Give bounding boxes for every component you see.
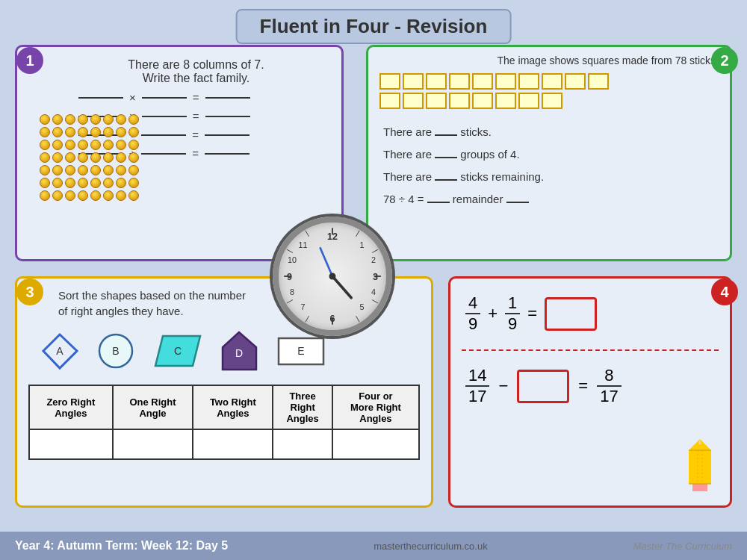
q4-divider: [462, 349, 719, 351]
svg-text:3: 3: [373, 272, 378, 282]
svg-line-6: [306, 231, 309, 237]
shape-a-container: A: [40, 331, 81, 372]
col-header-3: ThreeRightAngles: [273, 385, 332, 429]
cell-0[interactable]: [29, 429, 113, 459]
q2-squares-area: [368, 70, 730, 112]
svg-line-9: [356, 316, 360, 322]
q2-line2: There are groups of 4.: [383, 143, 715, 166]
footer-left: Year 4: Autumn Term: Week 12: Day 5: [15, 539, 228, 553]
col-header-0: Zero RightAngles: [29, 385, 113, 429]
clock: 12 6 9 3 1 2 4 5 11 10 8 7: [273, 217, 392, 336]
svg-line-10: [287, 300, 293, 304]
svg-line-7: [287, 249, 293, 253]
q4-bottom-equation: 14 17 − = 8 17: [450, 358, 730, 414]
col-header-1: One RightAngle: [113, 385, 193, 429]
svg-text:1: 1: [360, 240, 365, 249]
svg-text:E: E: [297, 345, 304, 357]
svg-text:8: 8: [290, 287, 294, 296]
clock-face: 12 6 9 3 1 2 4 5 11 10 8 7: [273, 217, 392, 336]
col-header-2: Two RightAngles: [193, 385, 273, 429]
q2-line3: There are sticks remaining.: [383, 166, 715, 188]
dots-grid: [40, 114, 140, 202]
svg-text:7: 7: [300, 302, 305, 311]
shape-c-container: C: [152, 332, 204, 370]
svg-line-11: [306, 316, 309, 322]
svg-point-26: [329, 273, 336, 280]
svg-text:12: 12: [327, 231, 338, 242]
q4-top-equation: 4 9 + 1 9 =: [450, 279, 730, 342]
svg-text:B: B: [112, 345, 119, 357]
q4-minus: −: [498, 376, 508, 396]
footer: Year 4: Autumn Term: Week 12: Day 5 mast…: [0, 532, 747, 560]
q2-line1: There are sticks.: [383, 121, 715, 143]
svg-line-24: [320, 248, 332, 276]
badge-2: 2: [711, 47, 738, 74]
svg-text:6: 6: [329, 314, 335, 324]
q4-equals2: =: [578, 376, 588, 396]
svg-text:11: 11: [298, 240, 307, 249]
svg-text:9: 9: [287, 272, 292, 282]
svg-text:C: C: [174, 345, 182, 357]
q4-frac1: 4 9: [465, 293, 480, 335]
badge-1: 1: [16, 47, 43, 74]
shape-d-pentagon: D: [219, 329, 260, 373]
svg-line-4: [356, 231, 360, 237]
shape-e-rectangle: E: [275, 335, 327, 368]
q1-title: There are 8 columns of 7. Write the fact…: [62, 58, 330, 85]
q4-frac4: 8 17: [597, 366, 621, 407]
q4-answer-box-1[interactable]: [545, 297, 597, 331]
col-header-4: Four orMore RightAngles: [332, 385, 419, 429]
svg-text:2: 2: [371, 255, 376, 264]
svg-rect-39: [692, 484, 707, 491]
shape-d-container: D: [219, 329, 260, 373]
clock-svg: 12 6 9 3 1 2 4 5 11 10 8 7: [279, 223, 386, 330]
squares-row-1: [379, 73, 719, 90]
badge-3: 3: [16, 279, 43, 305]
shape-c-parallelogram: C: [152, 332, 204, 370]
q2-header: The image shows squares made from 78 sti…: [368, 47, 730, 70]
svg-line-8: [372, 300, 378, 304]
page-title: Fluent in Four - Revision: [236, 9, 512, 44]
q2-line4: 78 ÷ 4 = remainder: [383, 188, 715, 211]
svg-text:A: A: [56, 345, 63, 357]
cell-3[interactable]: [273, 429, 332, 459]
shape-b-circle: B: [96, 331, 137, 372]
footer-right: Master The Curriculum: [633, 541, 732, 552]
q2-text-area: There are sticks. There are groups of 4.…: [368, 112, 730, 220]
q4-answer-box-2[interactable]: [517, 370, 569, 403]
svg-rect-38: [689, 450, 711, 484]
q4-equals1: =: [527, 304, 537, 323]
q4-frac3: 14 17: [465, 366, 489, 407]
footer-center: masterthecurriculum.co.uk: [374, 541, 487, 552]
cell-2[interactable]: [193, 429, 273, 459]
question-2-box: The image shows squares made from 78 sti…: [366, 45, 732, 261]
q4-frac2: 1 9: [505, 293, 520, 335]
shape-b-container: B: [96, 331, 137, 372]
shape-e-container: E: [275, 335, 327, 368]
squares-row-2: [379, 93, 719, 109]
right-angles-table: Zero RightAngles One RightAngle Two Righ…: [28, 385, 420, 460]
svg-text:5: 5: [360, 302, 365, 311]
svg-line-5: [372, 249, 378, 253]
pencil-decoration: [681, 435, 719, 498]
svg-text:D: D: [235, 347, 243, 359]
q1-eq1: × =: [77, 91, 330, 104]
cell-4[interactable]: [332, 429, 419, 459]
svg-text:4: 4: [371, 287, 376, 296]
svg-line-25: [332, 276, 351, 298]
cell-1[interactable]: [113, 429, 193, 459]
svg-text:10: 10: [288, 255, 297, 264]
shape-a-diamond: A: [40, 331, 81, 372]
q4-plus: +: [488, 304, 498, 323]
question-4-box: 4 9 + 1 9 = 14 17 − = 8 17: [448, 276, 732, 508]
badge-4: 4: [711, 279, 738, 305]
